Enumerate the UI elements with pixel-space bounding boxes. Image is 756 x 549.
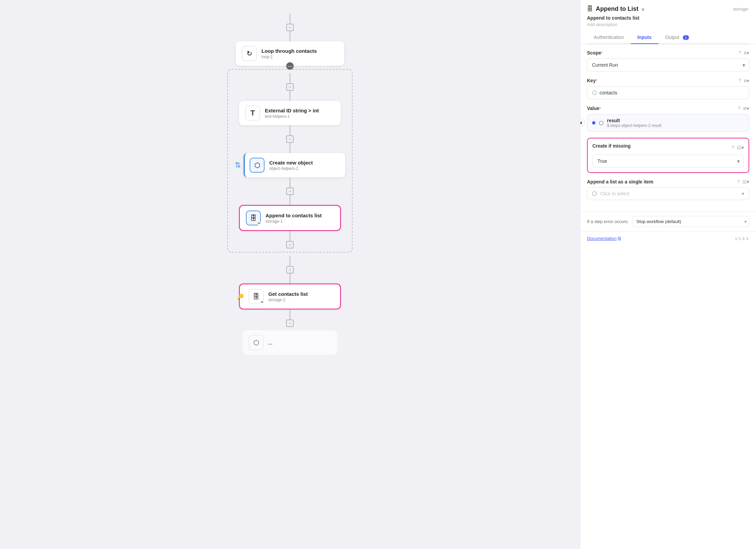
loop-collapse-btn[interactable]: — — [286, 62, 294, 70]
add-node-btn-top[interactable]: + — [286, 24, 294, 31]
object-helper-node[interactable]: ⬡ Create new object object-helpers-2 — [244, 153, 345, 177]
click-to-select-text: Click to select — [600, 191, 629, 196]
inner-connector-7 — [290, 231, 290, 241]
add-node-after-loop[interactable]: + — [286, 266, 294, 273]
cim-checkbox-icon[interactable]: ☑▾ — [737, 145, 744, 150]
append-radio[interactable] — [592, 191, 597, 196]
bottom-connector — [290, 309, 290, 320]
cim-actions: ? ☑▾ — [732, 145, 744, 150]
doc-external-icon: ⧉ — [618, 236, 621, 241]
loop-body: + T External ID string > int text-helper… — [227, 69, 353, 252]
tab-output[interactable]: Output 1 — [658, 31, 696, 44]
cim-help-icon[interactable]: ? — [732, 145, 734, 150]
storage-node-subtitle: storage-1 — [266, 219, 322, 224]
panel-title-left: 🗄 Append to List ∨ — [587, 5, 645, 13]
object-node-wrapper: ⇅ ⬡ Create new object object-helpers-2 — [235, 153, 345, 177]
text-helper-node[interactable]: T External ID string > int text-helpers-… — [239, 101, 341, 125]
create-if-missing-section: Create if missing ? ☑▾ True False — [587, 138, 749, 173]
output-tab-badge: 1 — [683, 35, 689, 40]
panel-tabs: Authentication Inputs Output 1 — [587, 31, 749, 44]
key-input-row: contacts — [587, 86, 749, 99]
loop-node[interactable]: ↻ Loop through contacts loop-1 — — [236, 41, 344, 66]
scope-actions: ? A▾ — [739, 50, 749, 56]
error-select-container[interactable]: Stop workflow (default) Continue Retry — [632, 216, 749, 227]
append-actions: ? ☑▾ — [737, 179, 749, 184]
add-node-inside-4[interactable]: + — [286, 241, 294, 248]
branch-indicator: ⇅ — [235, 161, 241, 170]
object-node-title: Create new object — [269, 160, 313, 166]
value-dot — [592, 121, 595, 125]
scope-help-icon[interactable]: ? — [739, 50, 741, 56]
get-contacts-node[interactable]: 🔑 🗄✏ Get contacts list storage-2 — [239, 284, 341, 309]
panel-title-row: 🗄 Append to List ∨ storage- — [587, 5, 749, 13]
connector-line-2 — [290, 31, 290, 41]
key-help-icon[interactable]: ? — [739, 78, 741, 83]
inner-connector-2 — [290, 91, 290, 101]
scope-field: Scope* ? A▾ Current Run — [587, 50, 749, 71]
tab-authentication[interactable]: Authentication — [587, 31, 631, 44]
right-panel: ◀ 🗄 Append to List ∨ storage- Append to … — [580, 0, 756, 549]
cim-select[interactable]: True False — [592, 155, 744, 168]
storage-append-node[interactable]: 🗄✏ Append to contacts list storage-1 — [239, 205, 341, 231]
value-item[interactable]: ⬡ result $.steps.object-helpers-2.result — [587, 114, 749, 132]
panel-footer: Documentation ⧉ v 1.4 ∨ — [580, 231, 756, 245]
get-node-title: Get contacts list — [268, 291, 308, 297]
value-label-row: Value* ? ⇄▾ — [587, 105, 749, 111]
documentation-link[interactable]: Documentation ⧉ — [587, 236, 621, 241]
inner-connector-3 — [290, 125, 290, 135]
panel-title-chevron-icon[interactable]: ∨ — [641, 6, 645, 12]
panel-description[interactable]: Append to contacts list — [587, 15, 749, 21]
click-select-chevron: ▾ — [742, 191, 744, 196]
panel-title: Append to List — [596, 5, 638, 13]
connector-line — [290, 14, 290, 24]
object-icon: ⬡ — [250, 158, 265, 173]
key-format-btn[interactable]: A▾ — [744, 78, 749, 83]
append-checkbox-icon[interactable]: ☑▾ — [742, 179, 749, 184]
error-label: If a step error occurs: — [587, 219, 629, 224]
storage-icon: 🗄✏ — [246, 211, 261, 225]
append-single-field: Append a list as a single item ? ☑▾ Clic… — [587, 179, 749, 200]
value-actions: ? ⇄▾ — [738, 106, 749, 111]
error-row: If a step error occurs: Stop workflow (d… — [580, 212, 756, 231]
inner-connector-5 — [290, 177, 290, 188]
key-value: contacts — [600, 90, 744, 95]
scope-select[interactable]: Current Run — [587, 59, 749, 71]
tab-inputs[interactable]: Inputs — [631, 31, 658, 44]
add-node-inside-1[interactable]: + — [286, 83, 294, 91]
get-node-subtitle: storage-2 — [268, 298, 308, 302]
add-node-inside-2[interactable]: + — [286, 135, 294, 143]
pencil-badge-2-icon: ✏ — [260, 300, 264, 304]
add-node-inside-3[interactable]: + — [286, 188, 294, 195]
scope-select-container[interactable]: Current Run — [587, 59, 749, 71]
post-loop-connector-2 — [290, 273, 290, 284]
cim-label: Create if missing — [592, 143, 631, 149]
text-node-subtitle: text-helpers-1 — [265, 114, 319, 119]
key-radio[interactable] — [592, 90, 597, 95]
add-node-bottom[interactable]: + — [286, 320, 294, 327]
append-label: Append a list as a single item — [587, 179, 653, 184]
object-node-subtitle: object-helpers-2 — [269, 166, 313, 171]
key-label-row: Key* ? A▾ — [587, 78, 749, 84]
partial-icon: ⬡ — [249, 335, 264, 350]
cim-label-row: Create if missing ? ☑▾ — [592, 143, 744, 152]
append-help-icon[interactable]: ? — [737, 179, 740, 184]
workflow-canvas[interactable]: + ↻ Loop through contacts loop-1 — + T E… — [0, 0, 580, 549]
version-text: v 1.4 ∨ — [735, 236, 749, 241]
get-storage-icon: 🗄✏ — [249, 289, 264, 304]
text-node-title: External ID string > int — [265, 108, 319, 113]
post-loop-connector-1 — [290, 256, 290, 266]
value-help-icon[interactable]: ? — [738, 106, 740, 111]
value-field: Value* ? ⇄▾ ⬡ result $.steps.object-help… — [587, 105, 749, 132]
scope-format-btn[interactable]: A▾ — [744, 50, 749, 56]
scope-label-row: Scope* ? A▾ — [587, 50, 749, 56]
right-panel-inner: ◀ 🗄 Append to List ∨ storage- Append to … — [580, 0, 756, 245]
cim-select-container[interactable]: True False — [592, 155, 744, 168]
append-click-select[interactable]: Click to select ▾ — [587, 187, 749, 200]
value-format-btn[interactable]: ⇄▾ — [743, 106, 749, 111]
value-node-icon: ⬡ — [599, 120, 604, 126]
key-field: Key* ? A▾ contacts — [587, 78, 749, 99]
panel-add-description[interactable]: Add description — [587, 22, 749, 27]
error-select[interactable]: Stop workflow (default) Continue Retry — [632, 216, 749, 227]
inner-connector-4 — [290, 143, 290, 153]
panel-storage-badge: storage- — [733, 6, 749, 12]
